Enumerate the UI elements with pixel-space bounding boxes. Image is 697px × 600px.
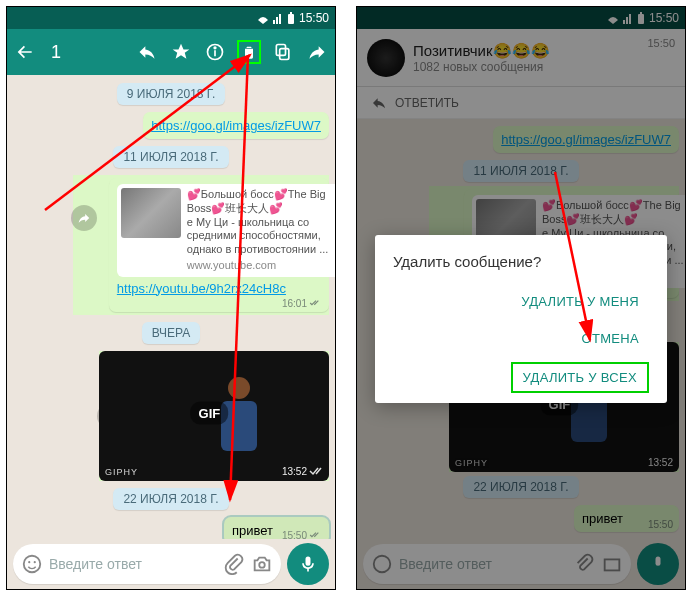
svg-point-8 xyxy=(28,561,30,563)
forward-circle-icon[interactable] xyxy=(71,205,97,231)
status-bar: 15:50 xyxy=(7,7,335,29)
message-youtube[interactable]: 💕Большой босс💕The Big Boss💕班长大人💕 е Му Ци… xyxy=(73,175,329,315)
chat-area[interactable]: 9 ИЮЛЯ 2018 Г. https://goo.gl/images/izF… xyxy=(7,75,335,539)
copy-icon[interactable] xyxy=(271,40,295,64)
sent-tick-icon xyxy=(309,466,323,476)
forward-icon[interactable] xyxy=(305,40,329,64)
status-time: 15:50 xyxy=(299,11,329,25)
svg-rect-1 xyxy=(290,12,292,14)
sent-tick-icon xyxy=(309,298,323,310)
message-link[interactable]: https://goo.gl/images/izFUW7 xyxy=(143,112,329,139)
attach-icon[interactable] xyxy=(223,553,245,575)
msg-text: привет xyxy=(232,523,273,538)
svg-rect-6 xyxy=(276,45,285,56)
svg-rect-0 xyxy=(288,14,294,24)
msg-time: 15:50 xyxy=(282,530,307,539)
youtube-link[interactable]: https://youtu.be/9h2rx24cH8c xyxy=(117,281,286,296)
back-icon[interactable] xyxy=(13,40,37,64)
message-gif[interactable]: GIF GIPHY 13:52 xyxy=(99,351,329,481)
emoji-icon[interactable] xyxy=(21,553,43,575)
youtube-preview[interactable]: 💕Большой босс💕The Big Boss💕班长大人💕 е Му Ци… xyxy=(117,184,335,277)
selection-header: 1 xyxy=(7,29,335,75)
message-selected[interactable]: привет 15:50 xyxy=(224,517,329,540)
link-text[interactable]: https://goo.gl/images/izFUW7 xyxy=(151,118,321,133)
svg-point-9 xyxy=(34,561,36,563)
svg-point-10 xyxy=(259,562,265,568)
battery-icon xyxy=(287,12,295,24)
sent-tick-icon xyxy=(309,530,323,540)
date-chip: 11 ИЮЛЯ 2018 Г. xyxy=(113,146,228,168)
svg-rect-5 xyxy=(280,49,289,60)
youtube-title: 💕Большой босс💕The Big Boss💕班长大人💕 xyxy=(187,188,335,216)
delete-for-everyone-button[interactable]: УДАЛИТЬ У ВСЕХ xyxy=(511,362,649,393)
input-placeholder: Введите ответ xyxy=(49,556,217,572)
delete-for-me-button[interactable]: УДАЛИТЬ У МЕНЯ xyxy=(511,288,649,315)
dialog-title: Удалить сообщение? xyxy=(393,253,649,270)
mic-button[interactable] xyxy=(287,543,329,585)
reply-icon[interactable] xyxy=(135,40,159,64)
message-input[interactable]: Введите ответ xyxy=(13,544,281,584)
info-icon[interactable] xyxy=(203,40,227,64)
star-icon[interactable] xyxy=(169,40,193,64)
selected-count: 1 xyxy=(47,42,61,63)
svg-point-7 xyxy=(24,556,41,573)
gif-badge: GIF xyxy=(191,401,229,424)
youtube-thumbnail xyxy=(121,188,181,238)
phone-left: 15:50 1 9 ИЮЛЯ 2018 Г. https://goo.gl/im… xyxy=(6,6,336,590)
youtube-desc: е Му Ци - школьница со средними способно… xyxy=(187,216,335,257)
cancel-button[interactable]: ОТМЕНА xyxy=(572,325,649,352)
svg-point-4 xyxy=(214,47,216,49)
date-chip: 22 ИЮЛЯ 2018 Г. xyxy=(113,488,228,510)
phone-right: 15:50 Позитивчик😂😂😂 1082 новых сообщения… xyxy=(356,6,686,590)
msg-time: 16:01 xyxy=(282,298,307,309)
gif-time: 13:52 xyxy=(282,466,307,477)
date-chip: ВЧЕРА xyxy=(142,322,201,344)
input-bar: Введите ответ xyxy=(7,539,335,589)
delete-dialog: Удалить сообщение? УДАЛИТЬ У МЕНЯ ОТМЕНА… xyxy=(375,235,667,403)
signal-icon xyxy=(273,12,283,24)
giphy-brand: GIPHY xyxy=(105,467,138,477)
delete-icon[interactable] xyxy=(237,40,261,64)
date-chip: 9 ИЮЛЯ 2018 Г. xyxy=(117,83,226,105)
youtube-domain: www.youtube.com xyxy=(187,259,335,273)
camera-icon[interactable] xyxy=(251,553,273,575)
wifi-icon xyxy=(257,12,269,24)
